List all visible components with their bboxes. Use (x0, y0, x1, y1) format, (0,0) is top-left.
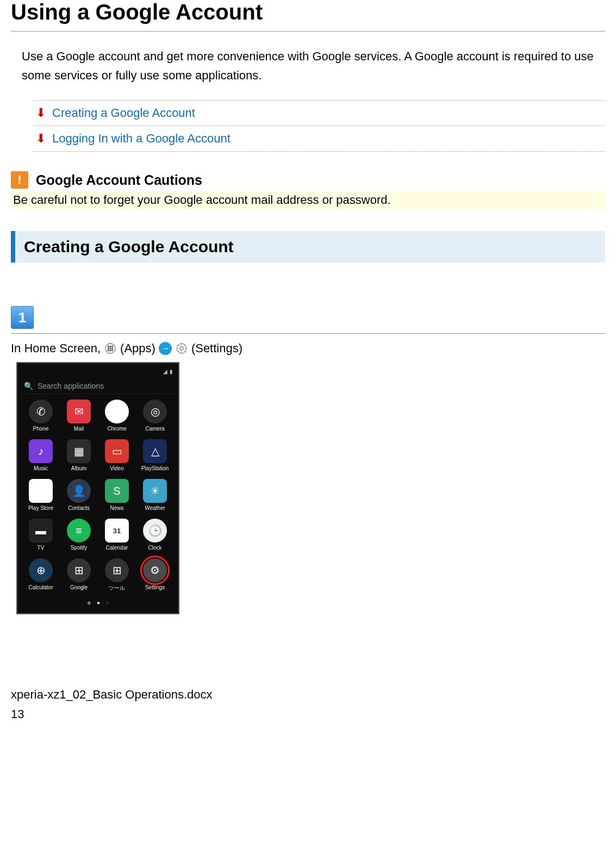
app-icon: ♪ (29, 439, 53, 463)
step-apps-label: (Apps) (120, 341, 155, 356)
svg-line-17 (184, 351, 185, 352)
app-icon: ✆ (29, 400, 53, 423)
app-icon: ≡ (67, 519, 91, 543)
app-label: News (110, 505, 123, 511)
signal-icon: ◢ (163, 369, 167, 375)
step-block: 1 In Home Screen, (Apps) → (11, 306, 605, 614)
app-item: ☀Weather (137, 479, 173, 511)
app-icon: ⊞ (105, 558, 129, 582)
app-item: 🕒Clock (137, 519, 173, 551)
app-item: ♪Music (23, 439, 59, 471)
app-icon: ▶ (29, 479, 53, 503)
app-label: TV (38, 545, 45, 551)
phone-search-bar: 🔍 Search applications (21, 378, 175, 394)
step-settings-label: (Settings) (191, 341, 242, 356)
app-item: 👤Contacts (61, 479, 97, 511)
app-label: Phone (33, 426, 49, 432)
svg-point-3 (112, 346, 113, 347)
toc-item[interactable]: ⬇ Creating a Google Account (33, 100, 605, 126)
settings-gear-icon (175, 342, 188, 355)
apps-drawer-icon (104, 342, 117, 355)
caution-header: ! Google Account Cautions (11, 169, 605, 191)
app-item: ≡Spotify (61, 519, 97, 551)
intro-text: Use a Google account and get more conven… (11, 47, 605, 85)
svg-line-19 (184, 345, 185, 346)
search-icon: 🔍 (24, 382, 33, 390)
app-item: ◎Camera (137, 400, 173, 432)
phone-status-bar: ◢ ▮ (21, 367, 175, 375)
down-arrow-icon: ⬇ (36, 133, 46, 145)
app-label: PlayStation (141, 465, 169, 471)
svg-point-9 (112, 350, 113, 351)
app-icon: ◉ (105, 400, 129, 423)
app-icon: ⊕ (29, 558, 53, 582)
toc-link[interactable]: Creating a Google Account (52, 106, 195, 120)
toc-link[interactable]: Logging In with a Google Account (52, 132, 231, 146)
page-indicator: ◆●○ (21, 600, 175, 606)
app-icon: ▦ (67, 439, 91, 463)
app-icon: S (105, 479, 129, 503)
down-arrow-icon: ⬇ (36, 107, 46, 119)
step-instruction: In Home Screen, (Apps) → (11, 341, 605, 356)
app-icon: ✉ (67, 400, 91, 423)
app-item: 31Calendar (99, 519, 135, 551)
app-item: ▦Album (61, 439, 97, 471)
toc-item[interactable]: ⬇ Logging In with a Google Account (33, 126, 605, 152)
app-icon: △ (143, 439, 167, 463)
svg-line-18 (178, 351, 179, 352)
app-item: ▬TV (23, 519, 59, 551)
arrow-right-circle-icon: → (159, 342, 172, 355)
search-placeholder: Search applications (38, 382, 104, 390)
app-icon: ▬ (29, 519, 53, 543)
app-item: ⊕Calculator (23, 558, 59, 592)
app-label: Weather (145, 505, 165, 511)
svg-point-1 (108, 346, 109, 347)
exclamation-icon: ! (11, 171, 28, 189)
svg-point-7 (108, 350, 109, 351)
app-label: Clock (148, 545, 161, 551)
app-item: ◉Chrome (99, 400, 135, 432)
caution-body: Be careful not to forget your Google acc… (11, 191, 605, 209)
app-label: Contacts (68, 505, 89, 511)
app-label: Calendar (106, 545, 128, 551)
phone-screenshot: ◢ ▮ 🔍 Search applications ✆Phone✉Mail◉Ch… (16, 362, 179, 614)
step-divider (11, 333, 605, 334)
app-icon: ⊞ (67, 558, 91, 582)
step-number-badge: 1 (11, 306, 34, 329)
svg-point-11 (180, 347, 183, 350)
page-title: Using a Google Account (11, 0, 605, 32)
app-label: Video (110, 465, 123, 471)
app-label: Chrome (107, 426, 127, 432)
footer-filename: xperia-xz1_02_Basic Operations.docx (11, 685, 605, 704)
app-item: ⚙Settings (137, 558, 173, 592)
footer-page-number: 13 (11, 705, 605, 724)
app-label: Google (70, 584, 88, 590)
app-icon: ▭ (105, 439, 129, 463)
app-item: ✉Mail (61, 400, 97, 432)
app-icon: ⚙ (143, 558, 167, 582)
toc-list: ⬇ Creating a Google Account ⬇ Logging In… (33, 100, 605, 152)
app-label: Settings (145, 584, 165, 590)
app-item: ▶Play Store (23, 479, 59, 511)
app-label: Album (71, 465, 86, 471)
battery-icon: ▮ (170, 369, 173, 375)
app-icon: ◎ (143, 400, 167, 423)
page-footer: xperia-xz1_02_Basic Operations.docx 13 (11, 685, 605, 723)
app-item: △PlayStation (137, 439, 173, 471)
app-icon: 🕒 (143, 519, 167, 543)
svg-point-5 (110, 348, 111, 349)
caution-box: ! Google Account Cautions Be careful not… (11, 169, 605, 209)
app-item: ⊞Google (61, 558, 97, 592)
app-icon: 👤 (67, 479, 91, 503)
app-item: ▭Video (99, 439, 135, 471)
app-item: SNews (99, 479, 135, 511)
svg-line-16 (178, 345, 179, 346)
app-label: Music (34, 465, 48, 471)
svg-point-8 (110, 350, 111, 351)
app-label: Camera (145, 426, 165, 432)
svg-point-4 (108, 348, 109, 349)
caution-title: Google Account Cautions (36, 172, 202, 188)
app-label: Spotify (71, 545, 88, 551)
app-item: ⊞ツール (99, 558, 135, 592)
app-grid: ✆Phone✉Mail◉Chrome◎Camera♪Music▦Album▭Vi… (21, 400, 175, 592)
